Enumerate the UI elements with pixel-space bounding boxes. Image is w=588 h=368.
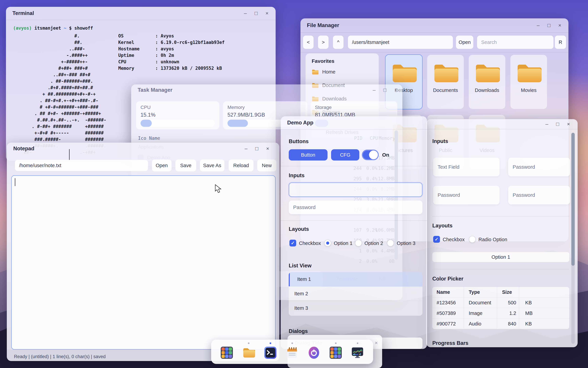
- list-item[interactable]: Item 2: [289, 286, 423, 301]
- progress-bars-heading: Progress Bars: [432, 340, 468, 346]
- table-row[interactable]: #900772 Audio 840 KB: [432, 319, 569, 329]
- dock-icon-system-monitor[interactable]: [351, 346, 364, 359]
- checkbox-checked[interactable]: [433, 236, 440, 243]
- minimize-icon[interactable]: –: [537, 23, 540, 28]
- new-button[interactable]: New: [257, 159, 276, 171]
- col-name: Name: [432, 287, 464, 297]
- list-view[interactable]: Item 1 Item 2 Item 3: [289, 272, 423, 316]
- search-input[interactable]: [477, 36, 553, 49]
- power-icon: [308, 346, 320, 359]
- folder-icon: [474, 63, 500, 83]
- save-button[interactable]: Save: [175, 159, 196, 171]
- list-item[interactable]: Item 3: [289, 301, 423, 315]
- inputs-heading: Inputs: [432, 138, 448, 144]
- col-size: Size: [497, 287, 519, 297]
- maximize-icon[interactable]: □: [556, 121, 559, 127]
- close-icon[interactable]: ×: [265, 11, 269, 16]
- radio-label: Radio Option: [479, 237, 507, 242]
- table-row[interactable]: #507389 Image 1.2 MB: [432, 308, 569, 319]
- maximize-icon[interactable]: □: [254, 11, 258, 16]
- layouts-heading: Layouts: [289, 226, 309, 232]
- password-input[interactable]: Password: [508, 186, 570, 204]
- option-1-button[interactable]: Option 1: [432, 252, 569, 262]
- file-path-input[interactable]: [15, 160, 148, 171]
- running-indicator-active: [270, 342, 271, 344]
- demo-wide-scrollbar[interactable]: [571, 133, 575, 344]
- minimize-icon[interactable]: –: [545, 121, 548, 127]
- demo-app-wide-window[interactable]: – □ × Inputs Text Field Password Passwor…: [426, 119, 578, 347]
- radio-unselected[interactable]: [469, 236, 476, 243]
- checkbox-label: Checkbox: [443, 237, 465, 242]
- prompt-host: (avyos): [13, 26, 32, 31]
- list-item-selected[interactable]: Item 1: [289, 272, 423, 286]
- maximize-icon[interactable]: □: [255, 146, 258, 151]
- checkbox-checked[interactable]: [289, 240, 296, 247]
- dock-icon-terminal[interactable]: [264, 346, 277, 359]
- notepad-titlebar[interactable]: Notepad – □ ×: [7, 143, 279, 155]
- info-value: : 0h 2m: [155, 52, 174, 59]
- open-button[interactable]: Open: [152, 159, 172, 171]
- task-manager-titlebar[interactable]: Task Manager – □ ×: [131, 84, 402, 96]
- prompt-command: $ showoff: [66, 26, 93, 31]
- radio-unselected[interactable]: [387, 240, 394, 247]
- text-field-input[interactable]: Text Field: [433, 158, 499, 176]
- folder-icon: [516, 63, 542, 83]
- maximize-icon[interactable]: □: [547, 23, 550, 28]
- file-manager-titlebar[interactable]: File Manager – □ ×: [300, 18, 569, 33]
- close-icon[interactable]: ×: [266, 146, 269, 151]
- info-label: Memory: [118, 65, 155, 72]
- minimize-icon[interactable]: –: [244, 11, 247, 16]
- save-as-button[interactable]: Save As: [200, 159, 224, 171]
- layouts-heading: Layouts: [432, 223, 452, 229]
- password-input[interactable]: Password: [289, 201, 423, 214]
- minimize-icon[interactable]: –: [245, 146, 248, 151]
- maximize-icon[interactable]: □: [383, 87, 386, 92]
- color-picker-table[interactable]: Name Type Size #123456 Document 500 KB #…: [432, 287, 569, 329]
- folder-tile-downloads[interactable]: Downloads: [469, 55, 505, 109]
- notepad-window[interactable]: Notepad – □ × Open Save Save As Reload N…: [7, 143, 279, 361]
- dock: [211, 340, 373, 364]
- folder-tile-documents[interactable]: Documents: [427, 55, 464, 109]
- dock-icon-app-launcher[interactable]: [220, 346, 233, 359]
- demo-app-titlebar[interactable]: Demo App: [281, 116, 427, 129]
- sidebar-item-home[interactable]: Home: [312, 69, 335, 75]
- forward-button[interactable]: >: [318, 36, 328, 49]
- demo-wide-titlebar[interactable]: – □ ×: [426, 119, 578, 129]
- password-input[interactable]: Password: [508, 158, 570, 176]
- folder-icon: [312, 69, 318, 75]
- toggle-switch-on[interactable]: [362, 150, 379, 160]
- path-input[interactable]: [348, 36, 453, 49]
- close-icon[interactable]: ×: [375, 340, 378, 346]
- text-input-focused[interactable]: [289, 183, 423, 197]
- radio-selected[interactable]: [324, 240, 331, 247]
- open-button[interactable]: Open: [456, 36, 473, 49]
- radio-unselected[interactable]: [355, 240, 362, 247]
- minimize-icon[interactable]: –: [373, 87, 376, 92]
- close-icon[interactable]: ×: [567, 121, 570, 127]
- dock-icon-notepad[interactable]: [286, 346, 299, 359]
- password-input[interactable]: Password: [433, 186, 499, 204]
- close-icon[interactable]: ×: [558, 23, 561, 28]
- app-grid-icon: [220, 346, 233, 359]
- reload-button[interactable]: Reload: [229, 159, 253, 171]
- dock-icon-power[interactable]: [308, 346, 320, 359]
- radio-label: Option 3: [397, 240, 416, 246]
- close-icon[interactable]: ×: [394, 87, 397, 92]
- prompt-tilde: ~: [64, 26, 66, 31]
- info-label: Kernel: [118, 39, 155, 46]
- folder-tile-movies[interactable]: Movies: [510, 55, 547, 109]
- refresh-button[interactable]: R: [555, 36, 566, 49]
- up-button[interactable]: ^: [333, 36, 344, 49]
- back-button[interactable]: <: [303, 36, 314, 49]
- color-picker-heading: Color Picker: [432, 276, 463, 282]
- demo-app-window[interactable]: Demo App Buttons Button CFG On Inputs Pa…: [281, 116, 427, 349]
- notepad-icon: [286, 346, 299, 359]
- text-editor-area[interactable]: [11, 175, 276, 350]
- terminal-titlebar[interactable]: Terminal – □ ×: [6, 7, 276, 20]
- table-row[interactable]: #123456 Document 500 KB: [432, 297, 569, 308]
- dock-icon-demo-app[interactable]: [329, 346, 342, 359]
- cfg-button[interactable]: CFG: [331, 149, 359, 160]
- button-demo[interactable]: Button: [289, 149, 327, 160]
- dock-icon-file-manager[interactable]: [242, 346, 255, 359]
- col-type: Type: [464, 287, 497, 297]
